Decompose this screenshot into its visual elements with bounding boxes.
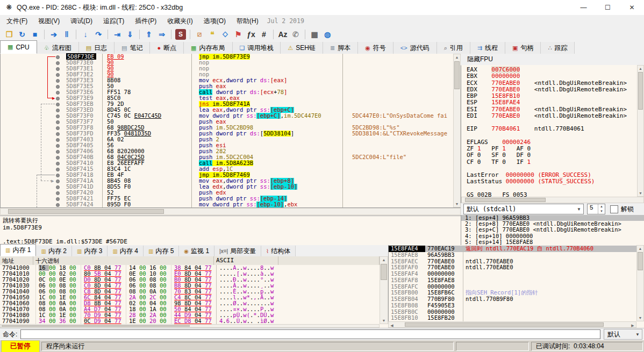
calling-convention-select[interactable]: 默认 (stdcall) ▼ (463, 204, 584, 214)
register-line[interactable]: EIP 770B4061 ntdll.770B4061 (467, 126, 637, 132)
disasm-row[interactable]: 5D8F7424895D F0mov dword ptr ss:[ebp-10]… (1, 202, 454, 207)
close-button[interactable]: ✕ (620, 0, 644, 15)
stack-row[interactable]: 15E8FB0015E8FB6C指向SEH_Record[1]的指针 (389, 290, 636, 296)
menu-item-3[interactable]: 追踪(T) (98, 15, 130, 27)
restart-icon[interactable]: ↻ (17, 29, 27, 40)
disasm-horizontal-scrollbar[interactable] (0, 208, 461, 215)
labels-icon[interactable]: ⬦ (220, 29, 231, 40)
open-file-icon[interactable]: ❒ (4, 29, 15, 40)
run-to-selection-icon[interactable]: ⇥ (112, 29, 123, 40)
menu-item-2[interactable]: 调试(D) (65, 15, 98, 27)
globe-icon[interactable]: ◍ (322, 29, 333, 40)
tab-seh[interactable]: ⚠SEH链 (281, 42, 323, 54)
scylla-icon[interactable]: S (175, 29, 186, 40)
breakpoint-dot[interactable] (56, 126, 60, 130)
run-until-return-icon[interactable]: ⇑ (144, 29, 154, 40)
argument-row[interactable]: 5: [esp+14] 15E8FAE8 (461, 239, 644, 245)
tab-trace[interactable]: ∴跟踪 (541, 42, 575, 54)
stack-row[interactable]: 15E8FB0C00000000 (389, 309, 636, 315)
menu-item-0[interactable]: 文件(F) (1, 15, 33, 27)
breakpoint-dot[interactable] (56, 73, 60, 77)
register-line[interactable]: CF 0 TF 0 IF 1 (467, 159, 637, 166)
patches-icon[interactable]: ⧄ (194, 29, 205, 40)
menu-item-7[interactable]: 帮助(H) (231, 15, 264, 27)
tab-dump-3[interactable]: ▥内存 3 (72, 246, 108, 256)
breakpoint-dot[interactable] (56, 150, 60, 154)
command-input[interactable] (20, 329, 600, 339)
breakpoint-dot[interactable] (56, 156, 60, 160)
stack-row[interactable]: 15E8FAF400000000 (389, 271, 636, 277)
calculator-icon[interactable]: ▦ (309, 29, 320, 40)
tab-watch-1[interactable]: ◉监视 1 (179, 246, 214, 256)
breakpoint-dot[interactable] (56, 120, 60, 124)
register-line[interactable]: GS 002B FS 0053 (467, 192, 637, 197)
breakpoint-dot[interactable] (56, 168, 60, 171)
breakpoint-dot[interactable] (56, 203, 60, 207)
breakpoint-dot[interactable] (56, 67, 60, 71)
stack-rows[interactable]: 15E8FAE4770EAC19返回到 ntdll.770EAC19 自 ntd… (389, 246, 636, 321)
maximize-button[interactable]: ☐ (596, 0, 620, 15)
stack-horizontal-scrollbar[interactable]: ◀ ▶ (388, 321, 636, 328)
registers-vertical-scrollbar[interactable]: ▲ ▼ (637, 65, 644, 197)
breakpoint-dot[interactable] (56, 55, 60, 59)
breakpoint-dot[interactable] (56, 132, 60, 136)
register-line[interactable]: EDI 770EABE0 <ntdll.DbgUiRemoteBreakin> (467, 113, 637, 119)
spinner-up-icon[interactable]: ▲ (598, 204, 605, 209)
breakpoint-dot[interactable] (56, 61, 60, 65)
tab-dump-5[interactable]: ▥内存 5 (144, 246, 179, 256)
tab-threads[interactable]: ⇉线程 (470, 42, 505, 54)
spinner-down-icon[interactable]: ▼ (598, 209, 605, 214)
stack-row[interactable]: 15E8FAE896A59BB3 (389, 252, 636, 258)
tab-locals[interactable]: |x=|局部变量 (214, 246, 261, 256)
breakpoint-dot[interactable] (56, 97, 60, 100)
pause-icon[interactable]: ‖ (61, 29, 72, 40)
menu-item-5[interactable]: 收藏夹(I) (162, 15, 198, 27)
breakpoint-dot[interactable] (56, 185, 60, 189)
disassembly-view[interactable]: 5D8F73DEEB 09jmp im.5D8F73E95D8F73E090no… (0, 54, 454, 207)
stack-arguments-list[interactable]: 1: [esp+4] 96A59BB32: [esp+8] 770EABE0 <… (461, 215, 644, 245)
minimize-button[interactable]: — (571, 0, 596, 15)
breakpoint-dot[interactable] (56, 179, 60, 183)
tab-notes[interactable]: ▤笔记 (115, 42, 150, 54)
tab-dump-1[interactable]: ▥内存 1 (0, 244, 36, 256)
menu-item-4[interactable]: 插件(P) (130, 15, 162, 27)
bookmarks-icon[interactable]: ⚑ (233, 29, 244, 40)
tab-source[interactable]: <>源代码 (393, 42, 437, 54)
register-list[interactable]: EAX 007C6000EBX 00000000ECX 770EABE0 <nt… (461, 65, 637, 197)
tab-graph[interactable]: ♧流程图 (37, 42, 79, 54)
functions-icon[interactable]: ƒx (246, 29, 256, 40)
breakpoint-dot[interactable] (56, 191, 60, 195)
step-over-icon[interactable]: ↷ (93, 29, 104, 40)
registers-horizontal-scrollbar[interactable] (461, 197, 644, 203)
stack-row[interactable]: 15E8FB04770B9F80ntdll.770B9F80 (389, 296, 636, 303)
stack-row[interactable]: 15E8FAE4770EAC19返回到 ntdll.770EAC19 自 ntd… (389, 246, 636, 252)
tab-breakpoints[interactable]: ●断点 (150, 42, 184, 54)
stack-row[interactable]: 15E8FB08F45905E3 (389, 303, 636, 309)
stack-vertical-scrollbar[interactable]: ▲ ▼ (636, 245, 644, 321)
hide-fpu-button[interactable]: 隐藏FPU (461, 54, 644, 66)
tab-call-stack[interactable]: ❏调用堆栈 (233, 42, 281, 54)
dump-rows[interactable]: 7704100016 00 18 00C0 8B 04 7714 00 16 0… (0, 265, 380, 324)
breakpoint-dot[interactable] (56, 144, 60, 148)
tab-script[interactable]: ≣脚本 (323, 42, 358, 54)
breakpoint-dot[interactable] (56, 79, 60, 83)
unlock-checkbox[interactable]: 解锁 (610, 205, 634, 214)
tab-log[interactable]: ▤日志 (79, 42, 115, 54)
stack-row[interactable]: 15E8FAFC00000000 (389, 284, 636, 290)
dump-horizontal-scrollbar[interactable] (0, 324, 380, 328)
detach-icon[interactable]: ✆ (290, 29, 301, 40)
tab-memory-map[interactable]: ▦内存布局 (184, 42, 232, 54)
checkbox-box[interactable] (610, 205, 618, 213)
tab-handles[interactable]: ▣句柄 (505, 42, 541, 54)
stack-row[interactable]: 15E8FB1015E8FB20 (389, 315, 636, 321)
stack-row[interactable]: 15E8FAF0770EABE0ntdll.770EABE0 (389, 264, 636, 271)
menu-item-1[interactable]: 视图(V) (33, 15, 65, 27)
breakpoint-dot[interactable] (56, 85, 60, 89)
dump-row[interactable]: 7704109034 00 36 000C D9 04 771E 00 20 0… (0, 318, 380, 324)
run-icon[interactable]: ➔ (48, 29, 59, 40)
comments-icon[interactable]: ❝ (207, 29, 218, 40)
breakpoint-dot[interactable] (56, 197, 60, 201)
tab-dump-4[interactable]: ▥内存 4 (108, 246, 143, 256)
breakpoint-dot[interactable] (56, 109, 60, 112)
tab-cpu[interactable]: ▦CPU (0, 40, 37, 54)
